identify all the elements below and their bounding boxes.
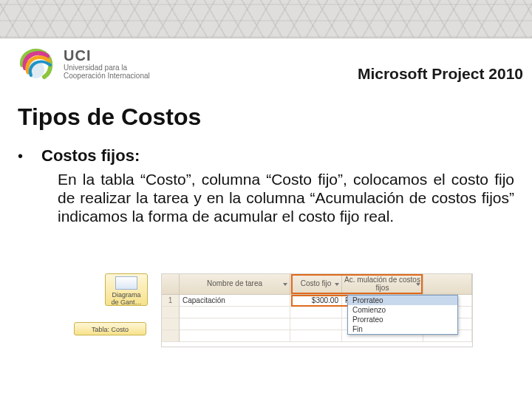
- col-header-fijo-label: Costo fijo: [301, 280, 332, 288]
- bullet-marker: •: [18, 146, 25, 166]
- gantt-icon: [115, 276, 137, 290]
- logo-block: UCI Universidad para la Cooperación Inte…: [15, 43, 150, 84]
- uci-logo-icon: [15, 43, 56, 84]
- cell-empty[interactable]: [180, 318, 290, 330]
- cell-empty[interactable]: [290, 307, 342, 318]
- ribbon-table-label: Tabla: Costo: [92, 326, 129, 333]
- cell-task-name[interactable]: Capacitación: [180, 295, 290, 307]
- cell-row-id: [162, 318, 180, 330]
- cell-row-id: [162, 330, 180, 342]
- dropdown-option[interactable]: Fin: [348, 324, 457, 334]
- dropdown-arrow-icon: [335, 283, 339, 286]
- cell-empty[interactable]: [290, 330, 342, 342]
- decorative-pattern: [0, 0, 532, 38]
- ribbon-table-button[interactable]: Tabla: Costo: [74, 322, 146, 335]
- cell-row-id: 1: [162, 295, 180, 307]
- col-header-costo-fijo[interactable]: Costo fijo: [290, 274, 342, 295]
- dropdown-option[interactable]: Comienzo: [348, 305, 457, 315]
- table-header-row: Nombre de tarea Costo fijo Ac. mulación …: [162, 274, 472, 295]
- dropdown-arrow-icon: [416, 283, 420, 286]
- acumulacion-dropdown[interactable]: Prorrateo Comienzo Prorrateo Fin: [347, 295, 458, 335]
- bullet-label: Costos fijos:: [41, 146, 140, 166]
- logo-subtitle-2: Cooperación Internacional: [64, 72, 150, 80]
- dropdown-option-selected[interactable]: Prorrateo: [348, 296, 457, 305]
- bullet-block: • Costos fijos: En la tabla “Costo”, col…: [18, 146, 514, 226]
- bullet-body: En la tabla “Costo”, columna “Costo fijo…: [58, 170, 514, 226]
- col-header-rest: [423, 274, 472, 295]
- cell-costo-fijo[interactable]: $300.00: [290, 295, 342, 307]
- slide-title: Tipos de Costos: [18, 103, 201, 131]
- cell-empty[interactable]: [180, 330, 290, 342]
- col-header-acum-label: Ac. mulación de costos fijos: [344, 276, 420, 292]
- logo-brand: UCI: [64, 47, 150, 64]
- dropdown-arrow-icon: [283, 283, 287, 286]
- cell-row-id: [162, 307, 180, 318]
- col-header-name-label: Nombre de tarea: [207, 280, 262, 288]
- project-screenshot: Diagrama de Gant… Tabla: Costo Nombre de…: [74, 273, 473, 362]
- ribbon-gantt-button[interactable]: Diagrama de Gant…: [105, 273, 148, 306]
- logo-subtitle-1: Universidad para la: [64, 64, 150, 72]
- cell-empty[interactable]: [290, 318, 342, 330]
- col-header-name[interactable]: Nombre de tarea: [180, 274, 290, 295]
- ribbon-gantt-label: Diagrama de Gant…: [111, 291, 141, 306]
- dropdown-option[interactable]: Prorrateo: [348, 315, 457, 324]
- cell-empty[interactable]: [180, 307, 290, 318]
- product-title: Microsoft Project 2010: [358, 65, 523, 83]
- col-header-acumulacion[interactable]: Ac. mulación de costos fijos: [342, 274, 423, 295]
- col-header-id[interactable]: [162, 274, 180, 295]
